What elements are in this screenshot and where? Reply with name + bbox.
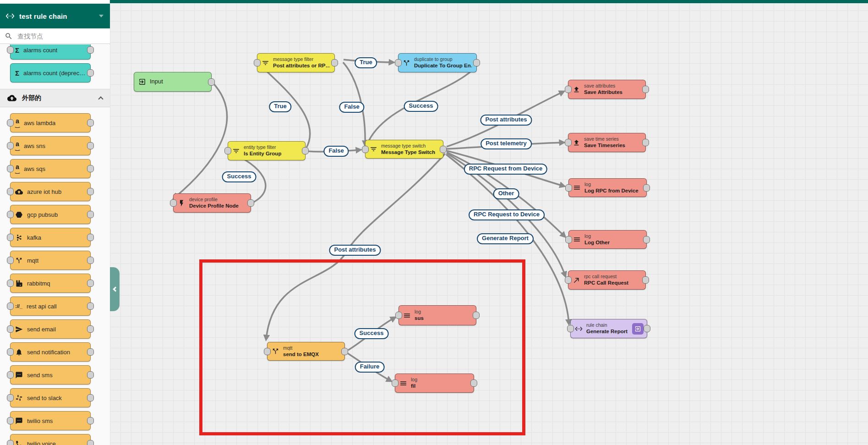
- output-port[interactable]: [87, 371, 94, 379]
- palette-item-gcp-pubsub[interactable]: gcp pubsub: [10, 205, 91, 224]
- input-port[interactable]: [565, 184, 572, 192]
- link-label-other[interactable]: Other: [493, 188, 519, 199]
- output-port[interactable]: [87, 280, 94, 287]
- palette-item-alarms-count-deprec-[interactable]: Σalarms count (deprec…: [10, 63, 91, 82]
- input-port[interactable]: [7, 440, 14, 445]
- input-port[interactable]: [565, 236, 572, 243]
- output-port[interactable]: [341, 348, 348, 355]
- output-port[interactable]: [87, 46, 94, 54]
- output-port[interactable]: [87, 142, 94, 149]
- palette-section-external[interactable]: 外部的: [0, 89, 110, 107]
- output-port[interactable]: [643, 236, 650, 243]
- input-port[interactable]: [395, 312, 402, 319]
- output-port[interactable]: [644, 325, 650, 332]
- output-port[interactable]: [642, 86, 649, 93]
- palette-item-mqtt[interactable]: mqtt: [10, 251, 91, 270]
- palette-item-kafka[interactable]: kafka: [10, 228, 91, 247]
- output-port[interactable]: [331, 59, 338, 66]
- node-log-sus[interactable]: logsus: [399, 305, 476, 325]
- node-device-profile[interactable]: device profileDevice Profile Node: [173, 193, 251, 213]
- output-port[interactable]: [440, 146, 447, 153]
- node-message-type-switch[interactable]: message type switchMessage Type Switch: [365, 140, 443, 159]
- link-label-true[interactable]: True: [355, 57, 377, 68]
- link-label-true[interactable]: True: [269, 101, 291, 112]
- rule-chain-header[interactable]: test rule chain: [0, 4, 110, 28]
- node-rpc-call-request[interactable]: rpc call requestRPC Call Request: [568, 270, 646, 290]
- palette-item-alarms-count[interactable]: Σalarms count: [10, 44, 91, 60]
- palette-item-send-email[interactable]: send email: [10, 319, 91, 339]
- output-port[interactable]: [87, 165, 94, 172]
- search-input[interactable]: [17, 33, 105, 40]
- palette-item-send-notification[interactable]: send notification: [10, 342, 91, 362]
- node-mqtt-send-to-emqx[interactable]: mqttsend to EMQX: [267, 342, 345, 361]
- input-port[interactable]: [7, 371, 14, 379]
- palette-item-send-to-slack[interactable]: send to slack: [10, 388, 91, 407]
- link-label-false[interactable]: False: [323, 146, 349, 157]
- input-port[interactable]: [7, 325, 14, 333]
- link-label-success[interactable]: Success: [404, 101, 438, 112]
- output-port[interactable]: [87, 394, 94, 401]
- input-port[interactable]: [7, 234, 14, 241]
- palette-item-azure-iot-hub[interactable]: azure iot hub: [10, 182, 91, 201]
- node-input[interactable]: Input: [134, 72, 212, 92]
- input-port[interactable]: [7, 211, 14, 218]
- output-port[interactable]: [87, 69, 94, 77]
- input-port[interactable]: [7, 188, 14, 195]
- node-duplicate-to-group[interactable]: duplicate to groupDuplicate To Group En…: [398, 53, 477, 72]
- input-port[interactable]: [392, 379, 399, 387]
- link-label-rpc-request-from-device[interactable]: RPC Request from Device: [464, 164, 547, 175]
- input-port[interactable]: [7, 119, 14, 126]
- input-port[interactable]: [395, 59, 402, 66]
- rule-chain-canvas[interactable]: [110, 0, 868, 445]
- output-port[interactable]: [87, 325, 94, 333]
- output-port[interactable]: [87, 188, 94, 195]
- input-port[interactable]: [7, 142, 14, 149]
- node-entity-type-filter[interactable]: entity type filterIs Entity Group: [228, 141, 306, 160]
- output-port[interactable]: [642, 276, 649, 284]
- output-port[interactable]: [87, 234, 94, 241]
- palette-item-aws-sns[interactable]: a‿aws sns: [10, 136, 91, 155]
- caret-down-icon[interactable]: [99, 15, 104, 17]
- input-port[interactable]: [7, 280, 14, 287]
- sidebar-collapse-tab[interactable]: [110, 267, 120, 311]
- link-label-success[interactable]: Success: [355, 328, 389, 339]
- input-port[interactable]: [7, 417, 14, 424]
- input-port[interactable]: [362, 146, 369, 153]
- palette-item-twilio-sms[interactable]: twilio sms: [10, 411, 91, 430]
- output-port[interactable]: [247, 199, 254, 207]
- input-port[interactable]: [7, 394, 14, 401]
- input-port[interactable]: [264, 348, 271, 355]
- palette-item-rabbitmq[interactable]: rabbitmq: [10, 274, 91, 293]
- input-port[interactable]: [7, 165, 14, 172]
- open-rule-chain-button[interactable]: [632, 323, 644, 335]
- palette-item-send-sms[interactable]: send sms: [10, 365, 91, 385]
- link-label-generate-report[interactable]: Generate Report: [477, 233, 534, 244]
- link-label-post-telemetry[interactable]: Post telemetry: [480, 138, 532, 149]
- output-port[interactable]: [473, 59, 480, 66]
- link-label-rpc-request-to-device[interactable]: RPC Request to Device: [469, 209, 545, 220]
- link-label-false[interactable]: False: [339, 102, 364, 113]
- output-port[interactable]: [470, 379, 477, 387]
- input-port[interactable]: [254, 59, 261, 66]
- node-rule-chain-generate-report[interactable]: rule chainGenerate Report: [570, 319, 647, 338]
- node-save-timeseries[interactable]: save time seriesSave Timeseries: [568, 133, 646, 152]
- output-port[interactable]: [302, 147, 309, 154]
- output-port[interactable]: [87, 119, 94, 126]
- output-port[interactable]: [87, 302, 94, 310]
- palette-item-aws-sqs[interactable]: a‿aws sqs: [10, 159, 91, 178]
- output-port[interactable]: [87, 211, 94, 218]
- output-port[interactable]: [87, 348, 94, 356]
- output-port[interactable]: [87, 257, 94, 264]
- node-log-rpc-from-device[interactable]: logLog RPC from Device: [568, 178, 647, 197]
- input-port[interactable]: [565, 139, 572, 146]
- input-port[interactable]: [7, 46, 14, 54]
- input-port[interactable]: [170, 199, 177, 207]
- input-port[interactable]: [224, 147, 231, 154]
- link-label-success[interactable]: Success: [222, 171, 257, 182]
- input-port[interactable]: [567, 325, 574, 332]
- node-message-type-filter[interactable]: message type filterPost attributes or RP…: [257, 53, 335, 72]
- palette-item-twilio-voice[interactable]: twilio voice: [10, 434, 91, 445]
- output-port[interactable]: [473, 312, 480, 319]
- output-port[interactable]: [643, 184, 650, 192]
- node-log-fil[interactable]: logfil: [395, 374, 474, 393]
